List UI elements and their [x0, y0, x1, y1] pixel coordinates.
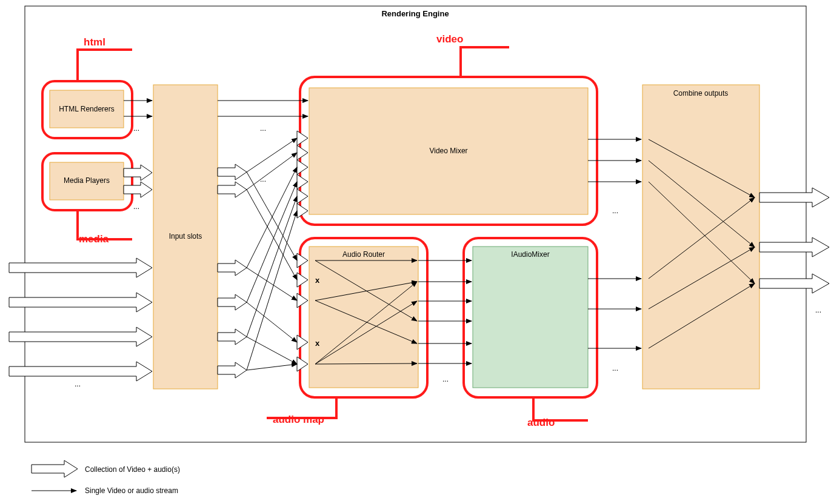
- external-input-ellipsis: ...: [75, 380, 81, 388]
- ar-mixer-ellipsis: ...: [442, 375, 449, 383]
- fan-arrow: [247, 364, 297, 370]
- am-out-ellipsis: ...: [612, 364, 618, 373]
- external-input-arrow: [9, 362, 152, 381]
- audio-router-label: Audio Router: [342, 250, 385, 259]
- audio-router-box: [309, 247, 418, 388]
- vm-hollow-head: [297, 145, 308, 160]
- audio-map-group-label: audio map: [273, 414, 324, 425]
- ar-hollow-head: [297, 357, 308, 371]
- html-renderers-label: HTML Renderers: [59, 105, 115, 113]
- audio-group-label: audio: [527, 417, 555, 428]
- legend-collection-text: Collection of Video + audio(s): [85, 465, 180, 474]
- video-mixer-label: Video Mixer: [429, 147, 467, 155]
- external-input-arrow: [9, 327, 152, 346]
- external-input-arrow: [9, 258, 152, 277]
- ar-hollow-head: [297, 293, 308, 308]
- slot-out-hollow-arrow: [218, 164, 247, 180]
- vm-hollow-head: [297, 131, 308, 145]
- video-group-label: video: [436, 33, 463, 45]
- slot-out-hollow-arrow: [218, 260, 247, 276]
- media-group-label: media: [79, 233, 109, 245]
- audio-router-x-mark: x: [315, 339, 320, 348]
- ar-hollow-head: [297, 273, 308, 287]
- legend-single-text: Single Video or audio stream: [85, 486, 178, 495]
- media-ellipsis: ...: [133, 202, 139, 211]
- html-group-label: html: [84, 36, 105, 48]
- external-input-arrow: [9, 293, 152, 312]
- html-group-leader: [78, 50, 132, 81]
- engine-title: Rendering Engine: [381, 9, 449, 18]
- fan-arrow: [247, 172, 297, 260]
- combine-outputs-label: Combine outputs: [673, 89, 729, 98]
- fan-arrow: [247, 302, 297, 342]
- vm-out-ellipsis: ...: [612, 207, 618, 215]
- slot-vm-ellipsis: ...: [260, 124, 266, 133]
- ar-hollow-head: [297, 335, 308, 350]
- output-arrow: [759, 188, 829, 207]
- audio-router-x-mark: x: [315, 276, 320, 285]
- fan-arrow: [247, 138, 297, 172]
- vm-hollow-head: [297, 160, 308, 174]
- legend-collection-arrow: [32, 460, 78, 477]
- ar-hollow-head: [297, 253, 308, 268]
- media-to-slots-arrow: [124, 165, 152, 181]
- slot-out-hollow-arrow: [218, 294, 247, 310]
- slot-out-hollow-arrow: [218, 182, 247, 197]
- output-arrow: [759, 274, 829, 293]
- fan-arrow: [247, 153, 297, 190]
- vm-hollow-head: [297, 189, 308, 204]
- slot-out-hollow-arrow: [218, 329, 247, 345]
- slot-out-hollow-arrow: [218, 362, 247, 378]
- iaudio-mixer-label: IAudioMixer: [511, 250, 549, 259]
- html-ellipsis: ...: [133, 124, 139, 133]
- video-group-leader: [461, 47, 509, 77]
- iaudio-mixer-box: [473, 247, 588, 388]
- vm-hollow-head: [297, 174, 308, 189]
- media-to-slots-arrow: [124, 182, 152, 197]
- input-slots-label: Input slots: [169, 232, 202, 240]
- media-players-label: Media Players: [64, 176, 110, 185]
- output-arrow: [759, 237, 829, 257]
- output-ellipsis: ...: [815, 306, 821, 314]
- fan-arrow: [247, 337, 297, 364]
